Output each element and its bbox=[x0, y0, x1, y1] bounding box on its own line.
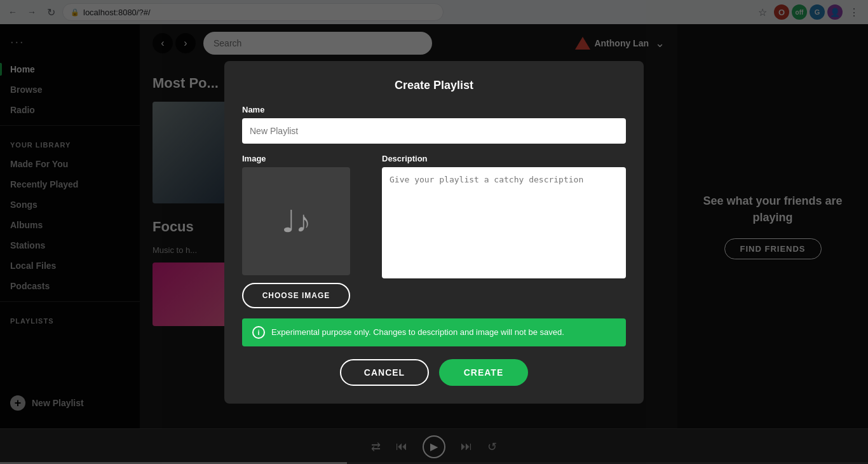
info-icon: i bbox=[252, 326, 265, 339]
info-text: Experimental purpose only. Changes to de… bbox=[271, 327, 564, 337]
image-desc-row: Image ♩♪ CHOOSE IMAGE Description bbox=[242, 154, 626, 308]
modal-actions: CANCEL CREATE bbox=[242, 359, 626, 386]
image-label: Image bbox=[242, 154, 369, 163]
modal-title: Create Playlist bbox=[242, 79, 626, 92]
description-label: Description bbox=[382, 154, 626, 163]
create-button[interactable]: CREATE bbox=[439, 359, 528, 386]
description-section: Description bbox=[382, 154, 626, 308]
image-section: Image ♩♪ CHOOSE IMAGE bbox=[242, 154, 369, 308]
name-label: Name bbox=[242, 105, 626, 114]
description-textarea[interactable] bbox=[382, 167, 626, 278]
music-note-icon: ♩♪ bbox=[281, 203, 311, 239]
choose-image-button[interactable]: CHOOSE IMAGE bbox=[242, 283, 350, 308]
info-banner: i Experimental purpose only. Changes to … bbox=[242, 318, 626, 346]
image-placeholder: ♩♪ bbox=[242, 167, 350, 275]
playlist-name-input[interactable] bbox=[242, 118, 626, 144]
create-playlist-modal: Create Playlist Name Image ♩♪ CHOOSE IMA… bbox=[224, 61, 644, 404]
modal-overlay[interactable]: Create Playlist Name Image ♩♪ CHOOSE IMA… bbox=[0, 0, 868, 464]
cancel-button[interactable]: CANCEL bbox=[340, 359, 429, 386]
